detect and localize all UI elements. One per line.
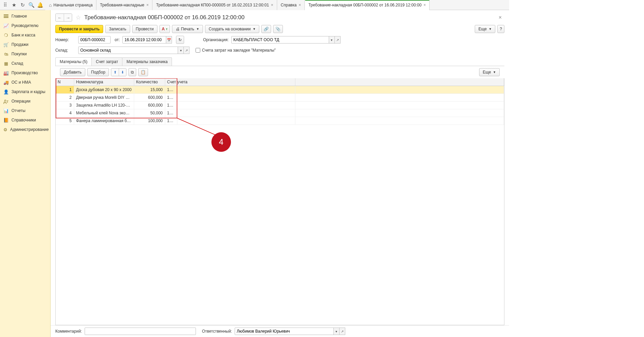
- move-down-button[interactable]: ⬇: [119, 68, 126, 76]
- history-icon[interactable]: ↻: [18, 0, 27, 10]
- close-icon[interactable]: ×: [271, 3, 273, 7]
- post-button[interactable]: Провести: [132, 25, 157, 33]
- responsible-input[interactable]: [235, 328, 334, 335]
- cell-quantity: 50,000: [134, 109, 165, 117]
- cell-nomenclature: Доска дубовая 20 х 90 х 2000: [74, 86, 134, 94]
- calendar-icon[interactable]: 📅: [166, 36, 172, 44]
- top-tab[interactable]: Требование-накладная КП00-000005 от 16.0…: [152, 0, 277, 10]
- nav-back-button[interactable]: ←: [56, 14, 64, 21]
- top-tab[interactable]: Начальная страница: [45, 0, 96, 10]
- table-row[interactable]: 4Мебельный клей Nova эконом 15...50,0001…: [56, 109, 504, 117]
- col-header-account[interactable]: Счет учета: [165, 78, 295, 86]
- post-and-close-button[interactable]: Провести и закрыть: [55, 25, 103, 33]
- table-more-button[interactable]: Еще▼: [479, 68, 500, 76]
- table-row[interactable]: 2Дверная ручка Morelli DIY MH-03600,0001…: [56, 94, 504, 102]
- warehouse-input[interactable]: [78, 47, 178, 54]
- sidebar-item[interactable]: 📈Руководителю: [0, 21, 50, 30]
- col-header-nomenclature[interactable]: Номенклатура: [74, 78, 134, 86]
- cell-empty1: [177, 94, 295, 102]
- sidebar-item[interactable]: Главное: [0, 11, 50, 21]
- sidebar-item[interactable]: ДтОперации: [0, 96, 50, 106]
- sidebar-item-label: Главное: [11, 14, 27, 19]
- sidebar-item[interactable]: ⚙Администрирование: [0, 125, 50, 134]
- sidebar-icon: ❍: [3, 32, 9, 38]
- org-open-icon[interactable]: ↗: [334, 36, 341, 44]
- cost-accounts-checkbox[interactable]: [196, 48, 200, 53]
- cell-empty1: [177, 102, 295, 109]
- cell-empty1: [177, 109, 295, 117]
- sidebar-item[interactable]: 👤Зарплата и кадры: [0, 87, 50, 96]
- paste-button[interactable]: 📋: [138, 68, 148, 76]
- sidebar-item[interactable]: 📙Справочники: [0, 115, 50, 125]
- nav-forward-button[interactable]: →: [64, 14, 72, 21]
- sidebar-item[interactable]: 📊Отчеты: [0, 106, 50, 115]
- number-label: Номер:: [55, 37, 76, 42]
- pick-button[interactable]: Подбор: [87, 68, 109, 76]
- close-icon[interactable]: ×: [423, 3, 426, 7]
- table-row[interactable]: 3Защелка Armadillo LH 120-45-25 ...600,0…: [56, 102, 504, 109]
- sidebar: Главное📈Руководителю❍Банк и касса🛒Продаж…: [0, 10, 51, 337]
- sidebar-icon: 🏭: [3, 70, 9, 76]
- sidebar-icon: [3, 13, 9, 19]
- refresh-icon[interactable]: ↻: [176, 36, 184, 44]
- table-row[interactable]: 1Доска дубовая 20 х 90 х 200015,00010.01: [56, 86, 504, 94]
- sidebar-item[interactable]: 🛍Покупки: [0, 49, 50, 59]
- cell-nomenclature: Фанера ламинированная береза...: [74, 117, 134, 125]
- sidebar-item[interactable]: ❍Банк и касса: [0, 30, 50, 40]
- responsible-label: Ответственный:: [202, 329, 232, 334]
- sidebar-item[interactable]: ▦Склад: [0, 59, 50, 68]
- org-input[interactable]: [231, 36, 329, 44]
- col-header-n[interactable]: N: [56, 78, 74, 86]
- page-title: Требование-накладная 00БП-000002 от 16.0…: [84, 14, 244, 21]
- cell-empty2: [295, 86, 504, 94]
- bell-icon[interactable]: 🔔: [36, 0, 45, 10]
- org-dropdown-icon[interactable]: ▾: [329, 36, 335, 44]
- dk-button[interactable]: Ат: [159, 25, 170, 33]
- col-header-quantity[interactable]: Количество: [134, 78, 165, 86]
- tab-label: Требование-накладная 00БП-000002 от 16.0…: [309, 3, 421, 7]
- resp-open-icon[interactable]: ↗: [339, 328, 345, 335]
- form-tab[interactable]: Материалы (5): [55, 57, 92, 66]
- tab-label: Требование-накладная КП00-000005 от 16.0…: [156, 3, 269, 7]
- save-button[interactable]: Записать: [105, 25, 130, 33]
- move-up-button[interactable]: ⬆: [111, 68, 119, 76]
- cell-nomenclature: Мебельный клей Nova эконом 15...: [74, 109, 134, 117]
- table-row[interactable]: 5Фанера ламинированная береза...100,0001…: [56, 117, 504, 125]
- cell-account: 10.01: [165, 102, 177, 109]
- print-button[interactable]: 🖨Печать▼: [172, 25, 203, 33]
- cell-n: 3: [56, 102, 74, 109]
- number-input[interactable]: [78, 36, 111, 44]
- apps-icon[interactable]: ⠿: [1, 0, 9, 10]
- date-input[interactable]: [122, 36, 166, 44]
- form-tab[interactable]: Материалы заказчика: [122, 57, 172, 66]
- cell-quantity: 100,000: [134, 117, 165, 125]
- top-tab[interactable]: Требования-накладные×: [96, 0, 152, 10]
- top-tab[interactable]: Требование-накладная 00БП-000002 от 16.0…: [305, 0, 430, 10]
- whs-dropdown-icon[interactable]: ▾: [178, 47, 184, 54]
- star-icon[interactable]: ★: [9, 0, 18, 10]
- sidebar-item[interactable]: 🏭Производство: [0, 68, 50, 78]
- sidebar-item[interactable]: 🚚ОС и НМА: [0, 78, 50, 87]
- close-icon[interactable]: ×: [299, 3, 301, 7]
- copy-button[interactable]: ⧉: [128, 68, 136, 76]
- close-page-button[interactable]: ×: [496, 15, 504, 21]
- sidebar-item[interactable]: 🛒Продажи: [0, 40, 50, 49]
- top-tab[interactable]: Справка×: [277, 0, 305, 10]
- resp-dropdown-icon[interactable]: ▾: [333, 328, 340, 335]
- form-tab[interactable]: Счет затрат: [91, 57, 122, 66]
- help-button[interactable]: ?: [497, 25, 504, 33]
- search-icon[interactable]: 🔍: [27, 0, 36, 10]
- whs-open-icon[interactable]: ↗: [183, 47, 189, 54]
- attachment-button[interactable]: 📎: [273, 25, 283, 33]
- favorite-star-icon[interactable]: ☆: [74, 14, 82, 21]
- sidebar-item-label: Банк и касса: [11, 33, 35, 37]
- tab-label: Начальная страница: [53, 3, 92, 7]
- link-button[interactable]: 🔗: [261, 25, 271, 33]
- close-icon[interactable]: ×: [146, 3, 149, 7]
- create-based-button[interactable]: Создать на основании▼: [205, 25, 259, 33]
- comment-input[interactable]: [85, 328, 196, 335]
- add-row-button[interactable]: Добавить: [60, 68, 85, 76]
- more-button[interactable]: Еще▼: [475, 25, 495, 33]
- top-toolbar: ⠿ ★ ↻ 🔍 🔔 Начальная страницаТребования-н…: [0, 0, 509, 10]
- sidebar-icon: Дт: [3, 99, 9, 104]
